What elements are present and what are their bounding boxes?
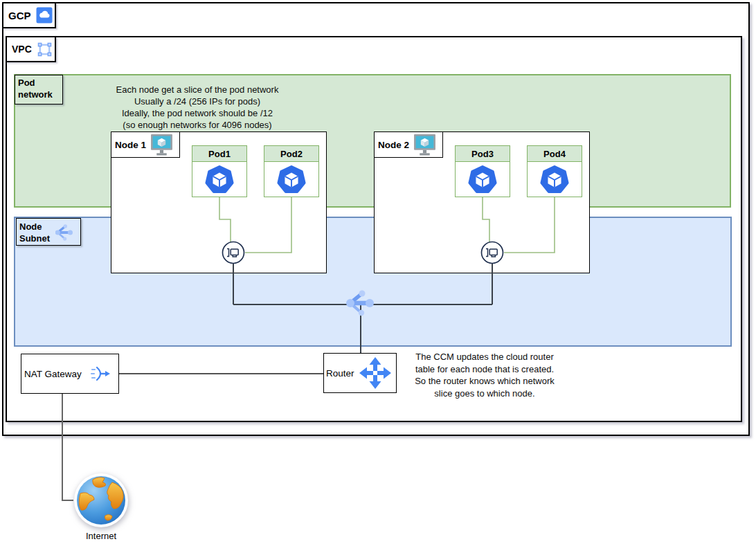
diagram-canvas: GCP VPC Pod network	[0, 0, 756, 555]
ccm-note: The CCM updates the cloud router table f…	[400, 351, 569, 399]
node2-title: Node 2	[378, 140, 409, 150]
internet-title: Internet	[69, 531, 133, 541]
kubernetes-pod-icon	[192, 162, 246, 197]
pod1-box: Pod1	[192, 145, 247, 197]
pod3-title: Pod3	[456, 146, 510, 162]
note-line: Ideally, the pod network should be /12	[80, 107, 315, 119]
note-line: (so enough networks for 4096 nodes)	[80, 119, 315, 131]
vm-monitor-icon	[150, 134, 173, 156]
pod2-box: Pod2	[264, 145, 319, 197]
note-line: slice goes to which node.	[400, 388, 569, 400]
pod-network-note: Each node get a slice of the pod network…	[80, 84, 315, 131]
node-subnet-label-box: Node Subnet	[16, 218, 81, 246]
pod4-title: Pod4	[528, 146, 582, 162]
vm-monitor-icon	[413, 134, 436, 156]
kubernetes-pod-icon	[456, 162, 510, 197]
node-subnet-title: Node Subnet	[19, 221, 55, 244]
note-line: The CCM updates the cloud router	[400, 351, 569, 363]
kubernetes-pod-icon	[264, 162, 318, 197]
kubernetes-pod-icon	[528, 162, 582, 197]
node1-title: Node 1	[115, 140, 146, 150]
vpc-label-box: VPC	[6, 36, 56, 62]
node2-label-box: Node 2	[374, 131, 443, 158]
cloud-router-arrows-icon	[359, 356, 392, 390]
subnet-exchange-arrows-icon	[55, 224, 73, 242]
gcp-label-box: GCP	[2, 2, 56, 28]
pod1-title: Pod1	[192, 146, 246, 162]
router-box: Router	[323, 353, 397, 393]
note-line: So the router knows which network	[400, 375, 569, 388]
cloud-icon	[36, 7, 53, 24]
pod2-title: Pod2	[264, 146, 318, 162]
node1-label-box: Node 1	[111, 131, 180, 158]
pod3-box: Pod3	[455, 145, 510, 197]
router-title: Router	[326, 368, 354, 379]
note-line: Each node get a slice of the pod network	[80, 84, 315, 95]
cloud-nat-icon	[90, 363, 112, 385]
gcp-title: GCP	[8, 10, 31, 21]
pod-network-title: Pod network	[18, 78, 53, 100]
note-line: table for each node that is created.	[400, 363, 569, 376]
nat-gateway-box: NAT Gateway	[21, 354, 119, 394]
pod4-box: Pod4	[527, 145, 582, 197]
globe-icon	[72, 473, 130, 534]
note-line: Usually a /24 (256 IPs for pods)	[80, 95, 315, 107]
vpc-title: VPC	[12, 44, 32, 55]
pod-network-label-box: Pod network	[15, 75, 63, 104]
nat-gateway-title: NAT Gateway	[24, 369, 82, 379]
vpc-perimeter-icon	[37, 42, 53, 57]
